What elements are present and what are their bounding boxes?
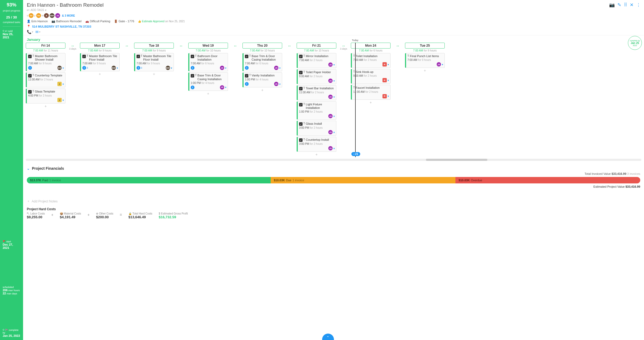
- assignee-avatar[interactable]: R: [382, 62, 387, 66]
- assignee-avatar[interactable]: JS: [274, 66, 278, 70]
- assignee-avatar[interactable]: R: [382, 78, 387, 82]
- chevron-down-icon[interactable]: ▾: [62, 66, 64, 69]
- add-task-button[interactable]: +: [134, 71, 174, 77]
- assignee-avatar[interactable]: JS: [328, 62, 333, 67]
- assignee-avatar[interactable]: JS: [220, 85, 224, 90]
- task-card[interactable]: ✓ T Base Trim & Door Casing Installation…: [188, 72, 228, 91]
- assignee-avatar[interactable]: JS: [328, 79, 333, 83]
- chevron-down-icon[interactable]: ▾: [442, 63, 443, 66]
- chevron-down-icon[interactable]: ▾: [333, 147, 335, 150]
- expand-fab[interactable]: ⌃: [322, 334, 334, 340]
- chevron-down-icon[interactable]: ▾: [388, 79, 389, 82]
- add-task-button[interactable]: +: [26, 104, 65, 109]
- day-header[interactable]: Mon 17: [80, 43, 120, 49]
- assignee-avatar[interactable]: BW: [112, 66, 116, 70]
- task-card[interactable]: T Final Punch List Items 7:00 AM for 9 h…: [405, 53, 445, 68]
- edit-action-icon[interactable]: ✎: [617, 2, 621, 8]
- day-header[interactable]: Mon 24: [351, 43, 391, 49]
- info-icon[interactable]: i: [245, 66, 249, 70]
- checkbox-icon[interactable]: ✓: [28, 55, 32, 58]
- call-button[interactable]: 📞▾: [27, 30, 33, 34]
- chevron-down-icon[interactable]: ▾: [225, 66, 226, 69]
- assignee-avatar[interactable]: JS: [220, 66, 224, 70]
- more-action-icon[interactable]: ⋮: [636, 2, 641, 8]
- checkbox-icon[interactable]: ✓: [299, 71, 303, 74]
- add-task-button[interactable]: +: [297, 152, 336, 157]
- checkbox-icon[interactable]: ✓: [299, 138, 303, 142]
- task-card[interactable]: T Sink Hook-up 9:00 AM for 2 hours R ▾: [351, 69, 391, 84]
- info-icon[interactable]: i: [28, 66, 32, 70]
- info-icon[interactable]: i: [82, 66, 86, 70]
- avatar-th-p[interactable]: TH: [36, 13, 41, 18]
- today-pill[interactable]: ‹ 21: [351, 152, 360, 156]
- assignee-avatar[interactable]: J: [57, 82, 62, 86]
- task-card[interactable]: ✓ T Master Bathroom Tile Floor Install 7…: [80, 53, 120, 71]
- info-icon[interactable]: i: [245, 82, 249, 86]
- task-card[interactable]: ✓ T Toilet Paper Holder 9:00 AM for 2 ho…: [297, 69, 336, 84]
- checkbox-icon[interactable]: ✓: [245, 55, 248, 58]
- chevron-down-icon[interactable]: ▾: [117, 66, 118, 69]
- checkbox-icon[interactable]: ✓: [28, 74, 32, 77]
- more-people-link[interactable]: & 3 MORE: [62, 14, 75, 17]
- day-header[interactable]: Tue 25: [405, 43, 445, 49]
- chevron-down-icon[interactable]: ▾: [388, 63, 389, 66]
- info-icon[interactable]: i: [191, 66, 194, 70]
- task-card[interactable]: ✓ T Vanity Installation 1:00 PM for 4 ho…: [242, 72, 282, 87]
- assignee-avatar[interactable]: R: [382, 94, 387, 98]
- assignee-avatar[interactable]: JS: [328, 130, 333, 134]
- chevron-down-icon[interactable]: ▾: [225, 86, 226, 89]
- task-card[interactable]: ✓ T Glass Install 3:00 PM for 2 hours JS…: [297, 121, 336, 136]
- due-segment[interactable]: $10.03KDue1 invoice: [271, 177, 455, 183]
- checkbox-icon[interactable]: ✓: [299, 122, 303, 126]
- chevron-down-icon[interactable]: ▾: [279, 83, 281, 86]
- day-header[interactable]: Fri 21: [297, 43, 336, 49]
- day-header[interactable]: Thu 20: [242, 43, 282, 49]
- add-tags-button[interactable]: 🏷 ADD TAGS ▾: [27, 9, 640, 12]
- task-card[interactable]: ✓ T Master Bathroom Tile Floor Install 7…: [134, 53, 174, 71]
- task-card[interactable]: ✓ T Light Fixture Installation 1:00 PM f…: [297, 101, 336, 120]
- chevron-down-icon[interactable]: ▾: [279, 66, 281, 69]
- assignee-avatar[interactable]: J: [57, 98, 62, 102]
- avatar-a[interactable]: A: [44, 13, 49, 18]
- avatar-th-s[interactable]: TH: [29, 13, 34, 18]
- camera-action-icon[interactable]: 📷: [609, 2, 615, 8]
- checkbox-icon[interactable]: ✓: [245, 74, 248, 77]
- assignee-avatar[interactable]: JS: [328, 146, 333, 150]
- chevron-down-icon[interactable]: ▾: [388, 95, 389, 98]
- task-card[interactable]: ✓ T Master Bathroom Shower Install 7:00 …: [26, 53, 65, 71]
- assignee-avatar[interactable]: JS: [328, 95, 333, 99]
- chevron-down-icon[interactable]: ▾: [333, 131, 335, 134]
- task-card[interactable]: ✓ T Base Trim & Door Casing Installation…: [242, 53, 282, 71]
- task-card[interactable]: ✓ T Mirror Installation 7:00 AM for 2 ho…: [297, 53, 336, 68]
- grid-action-icon[interactable]: ⠿: [624, 2, 627, 8]
- chevron-down-icon[interactable]: ▾: [62, 99, 64, 102]
- avatar-js[interactable]: JS: [55, 13, 60, 18]
- add-task-button[interactable]: +: [351, 100, 391, 105]
- chevron-down-icon[interactable]: ▾: [333, 95, 335, 98]
- task-card[interactable]: ✓ T Bathroom Door Installation 7:00 AM f…: [188, 53, 228, 71]
- chevron-down-icon[interactable]: ▾: [333, 115, 335, 118]
- checkbox-icon[interactable]: ✓: [299, 87, 303, 90]
- chevron-down-icon[interactable]: ⌄: [27, 167, 30, 171]
- add-task-button[interactable]: +: [242, 87, 282, 93]
- overdue-segment[interactable]: $10.03KOverdue: [455, 177, 640, 183]
- assignee-avatar[interactable]: BW: [57, 66, 62, 70]
- chevron-down-icon[interactable]: ▾: [171, 66, 172, 69]
- task-card[interactable]: T Faucet Installation 11:00 AM for 2 hou…: [351, 85, 391, 99]
- task-card[interactable]: ✓ T Countertop Template 11:00 AM for 2 h…: [26, 72, 65, 87]
- chevron-down-icon[interactable]: ▾: [62, 83, 64, 86]
- checkbox-icon[interactable]: ✓: [191, 74, 194, 77]
- checkbox-icon[interactable]: ✓: [191, 55, 194, 58]
- paid-segment[interactable]: $13.37KPaid1 invoice: [27, 177, 271, 183]
- avatar-bw[interactable]: BW: [50, 13, 54, 18]
- info-icon[interactable]: i: [191, 86, 194, 89]
- task-card[interactable]: T Toilet Installation 7:00 AM for 2 hour…: [351, 53, 391, 68]
- day-header[interactable]: Tue 18: [134, 43, 174, 49]
- checkbox-icon[interactable]: ✓: [299, 103, 303, 106]
- checkbox-icon[interactable]: ✓: [28, 90, 32, 94]
- invoice-status-bar[interactable]: $13.37KPaid1 invoice $10.03KDue1 invoice…: [27, 177, 640, 183]
- checkbox-icon[interactable]: ✓: [82, 55, 86, 58]
- address-link[interactable]: 📍 514 MULBERRY ST NASHVILLE, TN 37203: [27, 25, 640, 28]
- close-action-icon[interactable]: ✕: [630, 2, 634, 8]
- task-card[interactable]: ✓ T Towel Bar Installation 11:00 AM for …: [297, 85, 336, 100]
